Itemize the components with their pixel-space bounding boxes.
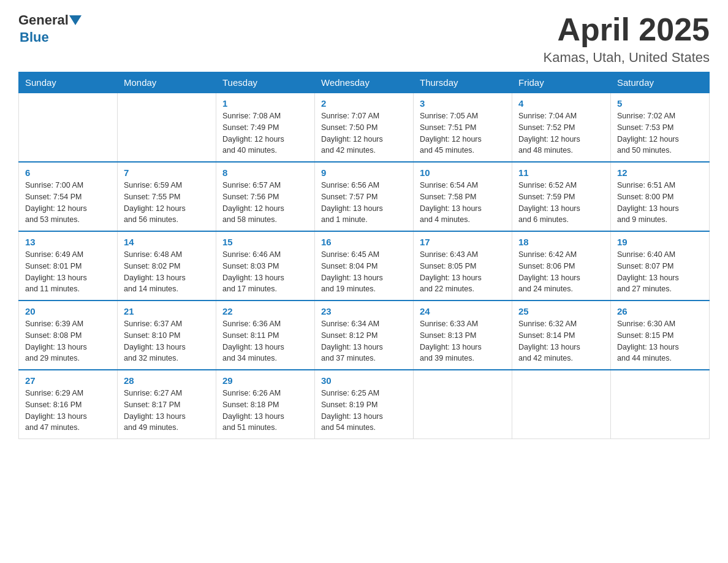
calendar-cell: 2Sunrise: 7:07 AMSunset: 7:50 PMDaylight… <box>315 93 414 163</box>
day-info: Sunrise: 6:52 AMSunset: 7:59 PMDaylight:… <box>518 180 604 226</box>
day-number: 1 <box>222 98 308 109</box>
calendar-week-row: 6Sunrise: 7:00 AMSunset: 7:54 PMDaylight… <box>19 162 710 231</box>
calendar-cell: 22Sunrise: 6:36 AMSunset: 8:11 PMDayligh… <box>216 301 315 370</box>
day-number: 3 <box>420 98 506 109</box>
calendar-cell: 13Sunrise: 6:49 AMSunset: 8:01 PMDayligh… <box>19 231 118 301</box>
day-number: 17 <box>420 237 506 247</box>
calendar-week-row: 1Sunrise: 7:08 AMSunset: 7:49 PMDaylight… <box>19 93 710 163</box>
day-info: Sunrise: 6:45 AMSunset: 8:04 PMDaylight:… <box>321 249 407 295</box>
calendar-cell: 14Sunrise: 6:48 AMSunset: 8:02 PMDayligh… <box>118 231 216 301</box>
day-number: 30 <box>321 375 407 386</box>
day-number: 8 <box>222 167 308 178</box>
calendar-cell <box>118 93 216 163</box>
calendar-cell: 18Sunrise: 6:42 AMSunset: 8:06 PMDayligh… <box>512 231 611 301</box>
day-number: 23 <box>321 306 407 316</box>
logo-triangle-icon <box>69 15 82 25</box>
day-number: 21 <box>124 306 210 316</box>
calendar-cell: 16Sunrise: 6:45 AMSunset: 8:04 PMDayligh… <box>315 231 414 301</box>
day-info: Sunrise: 6:33 AMSunset: 8:13 PMDaylight:… <box>420 318 506 364</box>
calendar-cell: 20Sunrise: 6:39 AMSunset: 8:08 PMDayligh… <box>19 301 118 370</box>
calendar-cell: 26Sunrise: 6:30 AMSunset: 8:15 PMDayligh… <box>611 301 710 370</box>
day-info: Sunrise: 6:56 AMSunset: 7:57 PMDaylight:… <box>321 180 407 226</box>
day-info: Sunrise: 6:26 AMSunset: 8:18 PMDaylight:… <box>222 388 308 434</box>
logo-general-text: General <box>18 12 69 28</box>
day-number: 2 <box>321 98 407 109</box>
day-info: Sunrise: 7:08 AMSunset: 7:49 PMDaylight:… <box>222 110 308 156</box>
day-number: 7 <box>124 167 210 178</box>
day-info: Sunrise: 6:32 AMSunset: 8:14 PMDaylight:… <box>518 318 604 364</box>
day-number: 28 <box>124 375 210 386</box>
day-number: 22 <box>222 306 308 316</box>
calendar-cell: 1Sunrise: 7:08 AMSunset: 7:49 PMDaylight… <box>216 93 315 163</box>
calendar-header-saturday: Saturday <box>611 72 710 93</box>
day-number: 6 <box>25 167 111 178</box>
calendar-cell: 15Sunrise: 6:46 AMSunset: 8:03 PMDayligh… <box>216 231 315 301</box>
day-number: 29 <box>222 375 308 386</box>
logo-blue-text: Blue <box>20 29 49 45</box>
logo: General Blue <box>18 12 82 45</box>
calendar-cell: 24Sunrise: 6:33 AMSunset: 8:13 PMDayligh… <box>414 301 512 370</box>
day-info: Sunrise: 7:07 AMSunset: 7:50 PMDaylight:… <box>321 110 407 156</box>
day-number: 14 <box>124 237 210 247</box>
calendar-header-monday: Monday <box>118 72 216 93</box>
day-info: Sunrise: 6:27 AMSunset: 8:17 PMDaylight:… <box>124 388 210 434</box>
day-number: 12 <box>617 167 703 178</box>
calendar-header-tuesday: Tuesday <box>216 72 315 93</box>
day-info: Sunrise: 6:43 AMSunset: 8:05 PMDaylight:… <box>420 249 506 295</box>
calendar-cell <box>19 93 118 163</box>
calendar-table: SundayMondayTuesdayWednesdayThursdayFrid… <box>18 72 710 439</box>
day-number: 20 <box>25 306 111 316</box>
day-info: Sunrise: 6:30 AMSunset: 8:15 PMDaylight:… <box>617 318 703 364</box>
calendar-cell <box>414 370 512 439</box>
day-info: Sunrise: 6:49 AMSunset: 8:01 PMDaylight:… <box>25 249 111 295</box>
day-info: Sunrise: 6:39 AMSunset: 8:08 PMDaylight:… <box>25 318 111 364</box>
calendar-cell: 6Sunrise: 7:00 AMSunset: 7:54 PMDaylight… <box>19 162 118 231</box>
day-info: Sunrise: 6:40 AMSunset: 8:07 PMDaylight:… <box>617 249 703 295</box>
day-number: 13 <box>25 237 111 247</box>
calendar-cell: 29Sunrise: 6:26 AMSunset: 8:18 PMDayligh… <box>216 370 315 439</box>
day-number: 19 <box>617 237 703 247</box>
day-info: Sunrise: 7:04 AMSunset: 7:52 PMDaylight:… <box>518 110 604 156</box>
calendar-cell: 30Sunrise: 6:25 AMSunset: 8:19 PMDayligh… <box>315 370 414 439</box>
calendar-header-row: SundayMondayTuesdayWednesdayThursdayFrid… <box>19 72 710 93</box>
calendar-cell: 8Sunrise: 6:57 AMSunset: 7:56 PMDaylight… <box>216 162 315 231</box>
calendar-week-row: 27Sunrise: 6:29 AMSunset: 8:16 PMDayligh… <box>19 370 710 439</box>
day-info: Sunrise: 7:05 AMSunset: 7:51 PMDaylight:… <box>420 110 506 156</box>
day-info: Sunrise: 6:42 AMSunset: 8:06 PMDaylight:… <box>518 249 604 295</box>
day-number: 5 <box>617 98 703 109</box>
day-info: Sunrise: 6:36 AMSunset: 8:11 PMDaylight:… <box>222 318 308 364</box>
calendar-cell: 17Sunrise: 6:43 AMSunset: 8:05 PMDayligh… <box>414 231 512 301</box>
day-info: Sunrise: 6:34 AMSunset: 8:12 PMDaylight:… <box>321 318 407 364</box>
day-number: 15 <box>222 237 308 247</box>
calendar-cell <box>512 370 611 439</box>
calendar-cell: 4Sunrise: 7:04 AMSunset: 7:52 PMDaylight… <box>512 93 611 163</box>
day-number: 18 <box>518 237 604 247</box>
calendar-week-row: 13Sunrise: 6:49 AMSunset: 8:01 PMDayligh… <box>19 231 710 301</box>
day-info: Sunrise: 6:57 AMSunset: 7:56 PMDaylight:… <box>222 180 308 226</box>
month-title: April 2025 <box>544 12 710 47</box>
day-info: Sunrise: 7:02 AMSunset: 7:53 PMDaylight:… <box>617 110 703 156</box>
calendar-cell: 21Sunrise: 6:37 AMSunset: 8:10 PMDayligh… <box>118 301 216 370</box>
calendar-cell: 9Sunrise: 6:56 AMSunset: 7:57 PMDaylight… <box>315 162 414 231</box>
day-number: 11 <box>518 167 604 178</box>
day-info: Sunrise: 6:59 AMSunset: 7:55 PMDaylight:… <box>124 180 210 226</box>
day-number: 27 <box>25 375 111 386</box>
calendar-cell: 10Sunrise: 6:54 AMSunset: 7:58 PMDayligh… <box>414 162 512 231</box>
day-info: Sunrise: 6:51 AMSunset: 8:00 PMDaylight:… <box>617 180 703 226</box>
calendar-cell: 28Sunrise: 6:27 AMSunset: 8:17 PMDayligh… <box>118 370 216 439</box>
calendar-cell: 23Sunrise: 6:34 AMSunset: 8:12 PMDayligh… <box>315 301 414 370</box>
location-subtitle: Kamas, Utah, United States <box>544 50 710 66</box>
day-info: Sunrise: 6:54 AMSunset: 7:58 PMDaylight:… <box>420 180 506 226</box>
day-number: 26 <box>617 306 703 316</box>
calendar-cell: 11Sunrise: 6:52 AMSunset: 7:59 PMDayligh… <box>512 162 611 231</box>
calendar-cell: 5Sunrise: 7:02 AMSunset: 7:53 PMDaylight… <box>611 93 710 163</box>
calendar-week-row: 20Sunrise: 6:39 AMSunset: 8:08 PMDayligh… <box>19 301 710 370</box>
day-number: 16 <box>321 237 407 247</box>
calendar-cell <box>611 370 710 439</box>
calendar-header-wednesday: Wednesday <box>315 72 414 93</box>
day-number: 9 <box>321 167 407 178</box>
calendar-cell: 7Sunrise: 6:59 AMSunset: 7:55 PMDaylight… <box>118 162 216 231</box>
calendar-header-sunday: Sunday <box>19 72 118 93</box>
calendar-cell: 12Sunrise: 6:51 AMSunset: 8:00 PMDayligh… <box>611 162 710 231</box>
day-number: 24 <box>420 306 506 316</box>
